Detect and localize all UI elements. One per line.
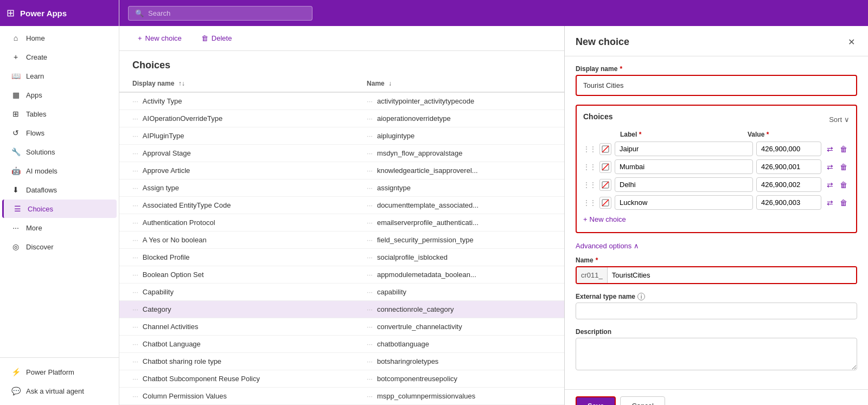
sidebar-item-discover[interactable]: ◎ Discover: [2, 237, 117, 256]
drag-handle[interactable]: ⋮⋮: [583, 181, 596, 189]
panel-title: New choice: [576, 36, 629, 48]
table-row[interactable]: ···Activity Type ···activitypointer_acti…: [119, 92, 564, 110]
sidebar-item-home[interactable]: ⌂ Home: [2, 29, 117, 47]
table-row[interactable]: ···Category ···connectionrole_category: [119, 301, 564, 318]
delete-button[interactable]: 🗑 Delete: [196, 31, 238, 45]
advanced-options-toggle[interactable]: Advanced options ∧: [576, 242, 639, 250]
sidebar-item-create[interactable]: + Create: [2, 48, 117, 66]
description-textarea[interactable]: [576, 338, 857, 370]
row-delete-button[interactable]: 🗑: [838, 144, 850, 155]
row-properties-button[interactable]: ⇄: [825, 197, 835, 208]
drag-handle[interactable]: ⋮⋮: [583, 145, 596, 153]
sort-name-icon: ↓: [388, 80, 392, 87]
search-box[interactable]: 🔍: [128, 6, 312, 21]
row-properties-button[interactable]: ⇄: [825, 144, 835, 155]
delete-label: Delete: [212, 34, 232, 42]
power-platform-icon: ⚡: [11, 368, 21, 376]
color-picker-icon[interactable]: [599, 197, 611, 209]
table-row[interactable]: ···Channel Activities ···convertrule_cha…: [119, 318, 564, 336]
choice-value-input-2[interactable]: [756, 177, 821, 192]
search-input[interactable]: [148, 9, 305, 17]
delete-icon: 🗑: [201, 34, 208, 42]
row-display: ···Activity Type: [119, 92, 354, 110]
row-properties-button[interactable]: ⇄: [825, 162, 835, 172]
row-display: ···Chatbot Language: [119, 336, 354, 353]
name-group: Name * cr011_: [576, 256, 857, 284]
table-row[interactable]: ···Chatbot sharing role type ···botshari…: [119, 353, 564, 370]
sidebar-header: ⊞ Power Apps: [0, 0, 119, 26]
choices-icon: ☰: [12, 204, 22, 213]
sidebar-item-solutions[interactable]: 🔧 Solutions: [2, 143, 117, 161]
row-delete-button[interactable]: 🗑: [838, 197, 850, 208]
color-picker-icon[interactable]: [599, 179, 611, 191]
add-choice-button[interactable]: + New choice: [583, 213, 626, 226]
sidebar-nav: ⌂ Home + Create 📖 Learn ▦ Apps ⊞ Tables …: [0, 26, 119, 357]
external-type-group: External type name i: [576, 293, 857, 319]
choices-section-title: Choices: [583, 112, 612, 121]
col-header-name[interactable]: Name ↓: [354, 75, 564, 92]
sidebar-item-more[interactable]: ··· More: [2, 218, 117, 237]
choice-label-input-0[interactable]: [615, 142, 753, 156]
row-delete-button[interactable]: 🗑: [838, 162, 850, 172]
external-type-input[interactable]: [576, 303, 857, 319]
sidebar-item-ai-models[interactable]: 🤖 AI models: [2, 162, 117, 180]
choice-row: ⋮⋮ ⇄ 🗑: [583, 159, 850, 174]
sidebar-item-flows[interactable]: ↺ Flows: [2, 124, 117, 142]
choice-label-input-3[interactable]: [615, 195, 753, 210]
sidebar-item-power-platform[interactable]: ⚡ Power Platform: [2, 363, 117, 381]
sidebar-item-ask-agent[interactable]: 💬 Ask a virtual agent: [2, 382, 117, 400]
table-row[interactable]: ···AIOperationOverrideType ···aioperatio…: [119, 110, 564, 127]
table-row[interactable]: ···Assign type ···assigntype: [119, 179, 564, 197]
discover-icon: ◎: [11, 242, 21, 251]
table-row[interactable]: ···AIPluginType ···aiplugintype: [119, 127, 564, 145]
svg-line-3: [602, 164, 609, 170]
sort-icon: ↑↓: [178, 80, 185, 87]
choice-label-input-2[interactable]: [615, 177, 753, 192]
table-row[interactable]: ···Column Permission Values ···mspp_colu…: [119, 388, 564, 405]
choice-label-input-1[interactable]: [615, 159, 753, 174]
drag-handle[interactable]: ⋮⋮: [583, 163, 596, 171]
table-row[interactable]: ···Authentication Protocol ···emailserve…: [119, 214, 564, 232]
save-button[interactable]: Save: [576, 396, 616, 405]
color-picker-icon[interactable]: [599, 161, 611, 173]
table-row[interactable]: ···Capability ···capability: [119, 284, 564, 301]
table-row[interactable]: ···Blocked Profile ···socialprofile_isbl…: [119, 249, 564, 266]
row-name: ···appmodulemetadata_boolean...: [354, 266, 564, 284]
choice-value-input-0[interactable]: [756, 142, 821, 156]
row-actions: ⇄ 🗑: [825, 144, 850, 155]
row-display: ···Chatbot sharing role type: [119, 353, 354, 370]
cancel-button[interactable]: Cancel: [620, 396, 665, 405]
row-name: ···msdyn_flow_approvalstage: [354, 145, 564, 162]
sidebar-item-choices[interactable]: ☰ Choices: [2, 200, 117, 218]
table-row[interactable]: ···Boolean Option Set ···appmodulemetada…: [119, 266, 564, 284]
name-suffix-input[interactable]: [608, 267, 856, 283]
sidebar-label-power-platform: Power Platform: [26, 368, 74, 376]
row-properties-button[interactable]: ⇄: [825, 179, 835, 190]
sidebar-item-tables[interactable]: ⊞ Tables: [2, 105, 117, 123]
table-row[interactable]: ···Chatbot Subcomponent Reuse Policy ···…: [119, 370, 564, 388]
svg-line-1: [602, 146, 609, 152]
close-button[interactable]: ✕: [846, 35, 857, 49]
row-delete-button[interactable]: 🗑: [838, 179, 850, 190]
table-row[interactable]: ···Associated EntityType Code ···documen…: [119, 197, 564, 214]
row-actions: ⇄ 🗑: [825, 179, 850, 190]
color-picker-icon[interactable]: [599, 143, 611, 155]
col-header-display[interactable]: Display name ↑↓: [119, 75, 354, 92]
sidebar-item-dataflows[interactable]: ⬇ Dataflows: [2, 181, 117, 199]
table-row[interactable]: ···Chatbot Language ···chatbotlanguage: [119, 336, 564, 353]
row-name: ···chatbotlanguage: [354, 336, 564, 353]
sidebar-item-apps[interactable]: ▦ Apps: [2, 86, 117, 104]
new-choice-button[interactable]: + New choice: [132, 31, 187, 45]
table-row[interactable]: ···Approve Article ···knowledgearticle_i…: [119, 162, 564, 179]
sidebar-footer: ⚡ Power Platform 💬 Ask a virtual agent: [0, 357, 119, 405]
table-row[interactable]: ···Approval Stage ···msdyn_flow_approval…: [119, 145, 564, 162]
display-name-input[interactable]: [583, 81, 850, 89]
agent-icon: 💬: [11, 387, 21, 395]
drag-handle[interactable]: ⋮⋮: [583, 199, 596, 207]
sidebar-item-learn[interactable]: 📖 Learn: [2, 67, 117, 85]
top-bar: 🔍: [119, 0, 868, 26]
choice-value-input-1[interactable]: [756, 159, 821, 174]
choice-value-input-3[interactable]: [756, 195, 821, 210]
sort-button[interactable]: Sort ∨: [829, 115, 850, 124]
table-row[interactable]: ···A Yes or No boolean ···field_security…: [119, 232, 564, 249]
